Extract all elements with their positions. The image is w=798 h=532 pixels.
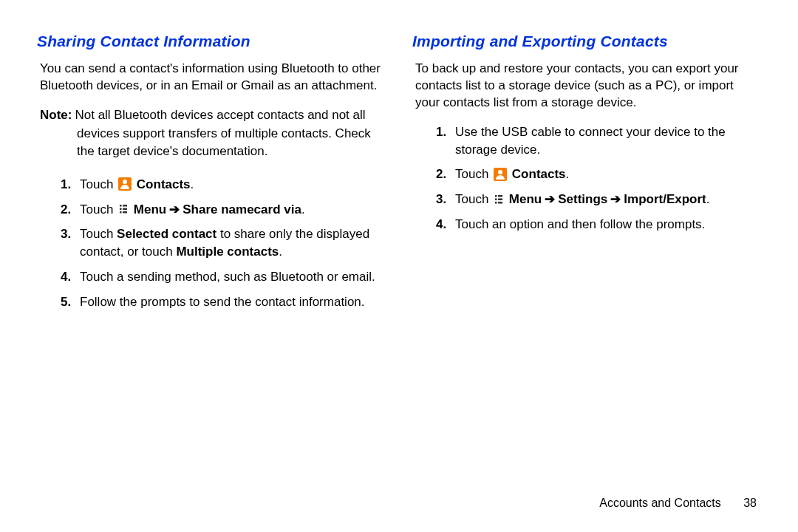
step-text: Touch xyxy=(80,202,113,216)
steps-sharing: Touch Contacts. Touch Menu➔Share namecar… xyxy=(37,176,386,311)
step-text: Touch an option and then follow the prom… xyxy=(455,217,705,231)
step-text: Touch xyxy=(455,167,488,181)
note-text-rest: devices support transfers of multiple co… xyxy=(40,125,386,161)
list-item: Touch a sending method, such as Bluetoot… xyxy=(61,268,386,286)
list-item: Touch Contacts. xyxy=(436,166,761,183)
svg-rect-5 xyxy=(123,211,127,214)
contacts-icon xyxy=(118,177,132,191)
period: . xyxy=(706,192,710,206)
svg-rect-9 xyxy=(498,198,502,200)
right-column: Importing and Exporting Contacts To back… xyxy=(412,33,761,318)
footer-section: Accounts and Contacts xyxy=(599,497,721,509)
step-text: Follow the prompts to send the contact i… xyxy=(80,295,365,309)
period: . xyxy=(301,202,305,216)
svg-rect-7 xyxy=(498,195,502,197)
svg-rect-11 xyxy=(498,202,502,204)
page-footer: Accounts and Contacts 38 xyxy=(599,497,757,510)
step-text: Touch xyxy=(80,227,117,241)
contacts-icon xyxy=(494,168,507,181)
list-item: Touch Menu➔Settings➔Import/Export. xyxy=(436,191,761,208)
share-namecard-label: Share namecard via xyxy=(183,202,301,216)
multiple-contacts-label: Multiple contacts xyxy=(176,245,279,259)
svg-rect-0 xyxy=(120,205,122,207)
heading-sharing: Sharing Contact Information xyxy=(37,33,386,50)
note-block: Note: Not all Bluetooth devices accept c… xyxy=(37,106,386,161)
arrow-icon: ➔ xyxy=(610,192,621,206)
list-item: Touch Selected contact to share only the… xyxy=(61,225,386,261)
selected-contact-label: Selected contact xyxy=(117,227,216,241)
note-text-first: Not all Bluetooth devices accept contact… xyxy=(75,108,365,122)
period: . xyxy=(279,245,282,259)
arrow-icon: ➔ xyxy=(169,202,180,216)
list-item: Touch Contacts. xyxy=(61,176,386,194)
svg-rect-10 xyxy=(495,202,497,204)
list-item: Follow the prompts to send the contact i… xyxy=(61,293,386,311)
svg-rect-8 xyxy=(495,198,497,200)
svg-rect-4 xyxy=(120,211,122,214)
svg-rect-3 xyxy=(123,208,127,211)
period: . xyxy=(566,167,570,181)
step-text: Touch a sending method, such as Bluetoot… xyxy=(80,270,375,284)
note-label: Note: xyxy=(40,106,72,125)
period: . xyxy=(191,177,194,191)
intro-import-export: To back up and restore your contacts, yo… xyxy=(412,61,761,112)
svg-rect-2 xyxy=(120,208,122,211)
list-item: Use the USB cable to connect your device… xyxy=(436,123,761,159)
list-item: Touch Menu➔Share namecard via. xyxy=(61,201,386,219)
left-column: Sharing Contact Information You can send… xyxy=(37,33,386,318)
steps-import-export: Use the USB cable to connect your device… xyxy=(412,123,761,233)
svg-rect-1 xyxy=(123,205,127,207)
import-export-label: Import/Export xyxy=(624,192,706,206)
footer-page-number: 38 xyxy=(743,497,757,509)
svg-rect-6 xyxy=(495,195,497,197)
menu-icon xyxy=(118,203,129,215)
contacts-label: Contacts xyxy=(512,167,566,181)
arrow-icon: ➔ xyxy=(545,192,555,206)
settings-label: Settings xyxy=(558,192,607,206)
menu-label: Menu xyxy=(509,192,542,206)
step-text: Touch xyxy=(455,192,488,206)
heading-import-export: Importing and Exporting Contacts xyxy=(412,33,761,50)
contacts-label: Contacts xyxy=(137,177,191,191)
list-item: Touch an option and then follow the prom… xyxy=(436,216,761,233)
menu-label: Menu xyxy=(134,202,166,216)
step-text: Touch xyxy=(80,177,113,191)
intro-sharing: You can send a contact's information usi… xyxy=(37,61,386,95)
menu-icon xyxy=(494,194,504,205)
step-text: Use the USB cable to connect your device… xyxy=(455,125,726,157)
